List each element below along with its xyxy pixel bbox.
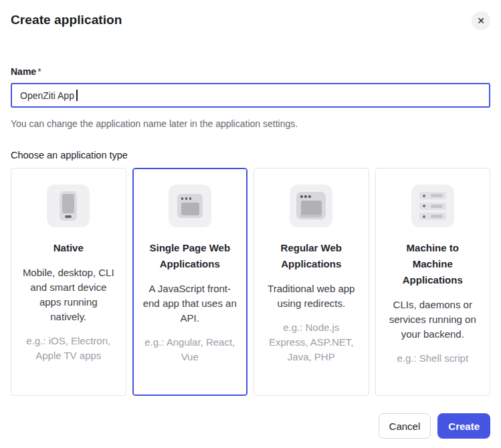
card-example: e.g.: Shell script [386,351,480,366]
card-machine-to-machine[interactable]: Machine to Machine Applications CLIs, da… [375,168,491,396]
card-title: Regular Web Applications [264,240,359,272]
card-title: Machine to Machine Applications [386,240,480,288]
dialog-header: Create application ✕ [11,0,490,30]
card-regular-web[interactable]: Regular Web Applications Traditional web… [254,168,369,396]
card-description: CLIs, daemons or services running on you… [386,298,480,342]
text-caret [76,90,78,101]
name-input-wrapper [11,83,490,108]
name-label-text: Name [11,66,36,77]
phone-icon [47,185,90,227]
close-button[interactable]: ✕ [472,11,490,30]
name-helper-text: You can change the application name late… [11,118,490,130]
application-type-cards: Native Mobile, desktop, CLI and smart de… [11,168,490,396]
card-example: e.g.: iOS, Electron, Apple TV apps [21,334,116,363]
server-stack-icon [411,185,454,227]
card-example: e.g.: Angular, React, Vue [143,335,237,364]
dialog-footer: Cancel Create [11,413,490,439]
cancel-button[interactable]: Cancel [379,413,431,439]
name-field-label: Name* [11,66,490,77]
card-description: Traditional web app using redirects. [264,282,359,311]
card-title: Native [21,240,116,256]
card-native[interactable]: Native Mobile, desktop, CLI and smart de… [11,168,126,396]
create-application-dialog: Create application ✕ Name* You can chang… [0,0,501,448]
browser-window-icon [169,185,211,227]
card-example: e.g.: Node.js Express, ASP.NET, Java, PH… [264,320,359,364]
required-asterisk: * [37,66,41,77]
card-single-page-web[interactable]: Single Page Web Applications A JavaScrip… [132,168,248,396]
dialog-title: Create application [11,11,122,29]
web-app-window-icon [290,185,332,227]
card-title: Single Page Web Applications [143,240,237,272]
card-description: Mobile, desktop, CLI and smart device ap… [21,265,116,324]
close-icon: ✕ [477,11,485,30]
create-button[interactable]: Create [437,413,490,439]
application-type-label: Choose an application type [11,150,490,160]
application-name-input[interactable] [11,83,490,108]
card-description: A JavaScript front-end app that uses an … [143,282,237,326]
